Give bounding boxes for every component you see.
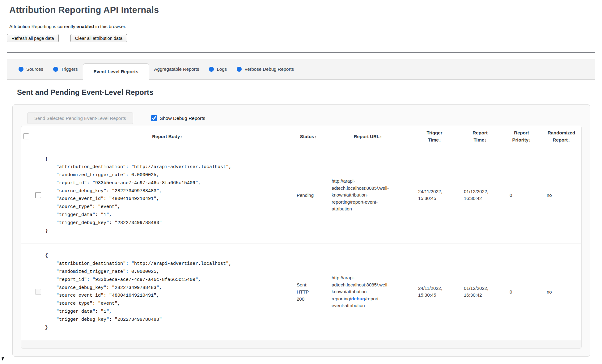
column-header-randomized-report[interactable]: Randomized Report↕ (541, 126, 582, 147)
tab-strip: Sources Triggers Event-Level Reports Agg… (7, 59, 595, 80)
report-controls: Send Selected Pending Event-Level Report… (27, 112, 582, 124)
tab-label: Triggers (61, 66, 78, 72)
table-header-row: Report Body↕ Status↕ Report URL↕ Trigger… (21, 126, 582, 147)
report-body-json: { "attribution_destination": "http://ara… (45, 155, 289, 235)
url-text: http://arapi-adtech.localhost:8085/.well… (332, 178, 389, 211)
report-row-sent: { "attribution_destination": "http://ara… (21, 243, 582, 340)
column-label: Report URL (354, 134, 379, 139)
page-title: Attribution Reporting API Internals (9, 5, 595, 15)
refresh-all-button[interactable]: Refresh all page data (7, 34, 59, 42)
report-url-cell: http://arapi-adtech.localhost:8085/.well… (324, 147, 411, 243)
column-header-trigger-time[interactable]: Trigger Time↕ (411, 126, 458, 147)
tab-event-level-reports[interactable]: Event-Level Reports (83, 63, 149, 80)
report-body-json: { "attribution_destination": "http://ara… (45, 252, 289, 332)
row-select-cell (21, 147, 42, 243)
trigger-time-value: 24/11/2022, 15:30:45 (418, 188, 453, 202)
status-cell: Pending (292, 147, 324, 243)
report-priority-cell: 0 (502, 147, 541, 243)
sort-icon: ↕ (439, 138, 441, 142)
trigger-time-cell: 24/11/2022, 15:30:45 (411, 243, 458, 340)
blue-dot-icon (209, 67, 214, 72)
select-all-header (21, 126, 42, 147)
trigger-time-cell: 24/11/2022, 15:30:45 (411, 147, 458, 243)
column-header-report-url[interactable]: Report URL↕ (324, 126, 411, 147)
status-cell: Sent: HTTP 200 (292, 243, 324, 340)
select-all-checkbox[interactable] (23, 133, 29, 139)
feature-status-text: Attribution Reporting is currently enabl… (9, 24, 595, 29)
report-url-cell: http://arapi-adtech.localhost:8085/.well… (324, 243, 411, 340)
reports-table-container: Report Body↕ Status↕ Report URL↕ Trigger… (21, 126, 582, 349)
tab-verbose-debug-reports[interactable]: Verbose Debug Reports (232, 59, 299, 80)
column-label: Status (300, 134, 314, 139)
status-suffix: in this browser. (94, 24, 126, 29)
report-row-pending: { "attribution_destination": "http://ara… (21, 147, 582, 243)
show-debug-reports-checkbox[interactable] (151, 115, 157, 121)
tab-logs[interactable]: Logs (204, 59, 232, 80)
top-buttons: Refresh all page data Clear all attribut… (7, 34, 595, 42)
column-header-report-time[interactable]: Report Time↕ (458, 126, 502, 147)
row-select-checkbox (35, 289, 41, 295)
url-debug-segment: debug (351, 296, 365, 301)
page-header: Attribution Reporting API Internals Attr… (0, 0, 602, 42)
tab-aggregatable-reports[interactable]: Aggregatable Reports (149, 59, 204, 80)
report-time-cell: 01/12/2022, 16:30:42 (458, 147, 502, 243)
blue-dot-icon (237, 67, 242, 72)
mouse-cursor (2, 357, 5, 361)
column-label: Report Body (152, 134, 180, 139)
row-select-checkbox[interactable] (35, 192, 41, 198)
column-header-report-body[interactable]: Report Body↕ (42, 126, 292, 147)
row-select-cell (21, 243, 42, 340)
report-body-cell: { "attribution_destination": "http://ara… (42, 147, 292, 243)
randomized-report-cell: no (541, 243, 582, 340)
clear-all-button[interactable]: Clear all attribution data (70, 34, 127, 42)
status-enabled-word: enabled (77, 24, 94, 29)
tab-label: Sources (26, 66, 43, 72)
report-time-value: 01/12/2022, 16:30:42 (464, 188, 498, 202)
sort-icon: ↕ (568, 138, 570, 142)
send-selected-reports-button: Send Selected Pending Event-Level Report… (27, 112, 133, 124)
trigger-time-value: 24/11/2022, 15:30:45 (418, 285, 453, 299)
tab-sources[interactable]: Sources (14, 59, 48, 80)
reports-table: Report Body↕ Status↕ Report URL↕ Trigger… (21, 126, 582, 348)
sort-icon: ↕ (315, 134, 317, 139)
tab-label: Verbose Debug Reports (244, 66, 294, 72)
status-value: Pending (297, 192, 313, 199)
sort-icon: ↕ (380, 134, 382, 139)
report-priority-cell: 0 (502, 243, 541, 340)
column-header-status[interactable]: Status↕ (292, 126, 324, 147)
tab-triggers[interactable]: Triggers (48, 59, 83, 80)
column-label: Randomized Report (548, 130, 575, 142)
section-heading: Sent and Pending Event-Level Reports (17, 88, 602, 97)
report-time-cell: 01/12/2022, 16:30:42 (458, 243, 502, 340)
table-footer (21, 340, 582, 348)
sort-icon: ↕ (180, 134, 182, 139)
column-header-report-priority[interactable]: Report Priority↕ (502, 126, 541, 147)
report-body-cell: { "attribution_destination": "http://ara… (42, 243, 292, 340)
header-divider (7, 52, 595, 53)
tab-label: Logs (217, 66, 227, 72)
status-value: Sent: HTTP 200 (297, 281, 313, 303)
status-prefix: Attribution Reporting is currently (9, 24, 77, 29)
column-label: Report Priority (512, 130, 529, 142)
blue-dot-icon (19, 67, 23, 72)
show-debug-reports-label: Show Debug Reports (160, 116, 205, 121)
show-debug-reports-control: Show Debug Reports (151, 115, 205, 121)
tab-label: Event-Level Reports (94, 69, 138, 74)
randomized-report-cell: no (541, 147, 582, 243)
tab-label: Aggregatable Reports (154, 66, 199, 72)
sort-icon: ↕ (529, 138, 531, 142)
reports-panel: Send Selected Pending Event-Level Report… (12, 104, 590, 357)
blue-dot-icon (53, 67, 58, 72)
report-time-value: 01/12/2022, 16:30:42 (464, 285, 498, 299)
sort-icon: ↕ (485, 138, 487, 142)
